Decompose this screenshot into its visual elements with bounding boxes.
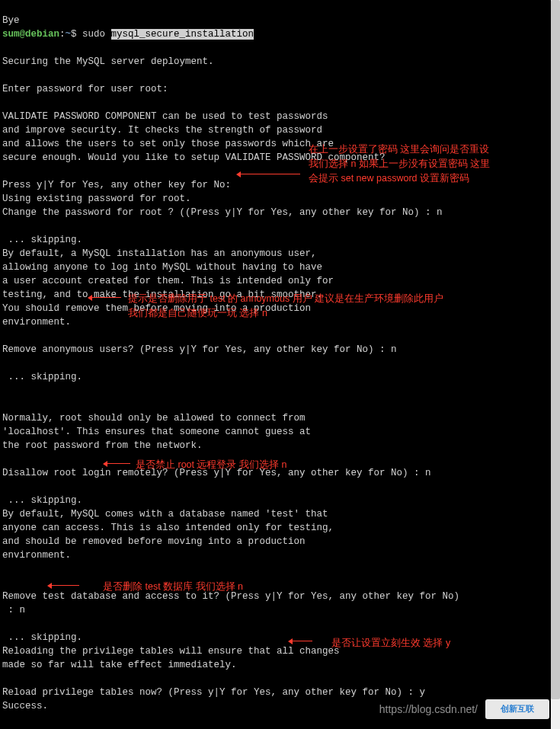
output-line: environment. bbox=[2, 550, 71, 561]
output-line: testing, and to make the installation go… bbox=[2, 289, 322, 300]
output-line: ... skipping. bbox=[2, 235, 82, 245]
output-line: Normally, root should only be allowed to… bbox=[2, 413, 306, 424]
output-line: Change the password for root ? ((Press y… bbox=[2, 207, 443, 218]
output-line: allowing anyone to log into MySQL withou… bbox=[2, 262, 322, 273]
prompt-colon: : bbox=[59, 29, 66, 40]
command-sudo: sudo bbox=[82, 29, 111, 40]
output-line: Enter password for user root: bbox=[2, 84, 174, 94]
output-line: made so far will take effect immediately… bbox=[2, 660, 237, 670]
output-line: Bye bbox=[2, 15, 20, 26]
output-line: Disallow root login remotely? (Press y|Y… bbox=[2, 468, 431, 478]
prompt-user: sum@debian bbox=[2, 29, 59, 40]
output-line: secure enough. Would you like to setup V… bbox=[2, 152, 386, 163]
output-line: : n bbox=[2, 605, 25, 615]
output-line: environment. bbox=[2, 317, 71, 328]
output-line: and improve security. It checks the stre… bbox=[2, 125, 322, 136]
watermark-logo: 创新互联 bbox=[485, 699, 549, 719]
output-line: Remove test database and access to it? (… bbox=[2, 591, 459, 602]
output-line: Reload privilege tables now? (Press y|Y … bbox=[2, 687, 425, 698]
watermark-url: https://blog.csdn.net/ bbox=[379, 702, 478, 717]
terminal-window[interactable]: Bye sum@debian:~$ sudo mysql_secure_inst… bbox=[0, 0, 551, 729]
output-line: ... skipping. bbox=[2, 372, 82, 382]
output-line: the root password from the network. bbox=[2, 440, 203, 451]
output-line: anyone can access. This is also intended… bbox=[2, 523, 334, 533]
output-line: Remove anonymous users? (Press y|Y for Y… bbox=[2, 344, 397, 355]
output-line: 'localhost'. This ensures that someone c… bbox=[2, 427, 311, 437]
output-line: By default, a MySQL installation has an … bbox=[2, 248, 317, 259]
output-line: a user account created for them. This is… bbox=[2, 276, 334, 286]
prompt-path: ~ bbox=[66, 29, 72, 40]
scrollbar-thumb[interactable] bbox=[551, 0, 560, 699]
output-line: Using existing password for root. bbox=[2, 193, 191, 204]
output-line: and should be removed before moving into… bbox=[2, 536, 306, 547]
output-line: ... skipping. bbox=[2, 495, 82, 506]
output-line: Press y|Y for Yes, any other key for No: bbox=[2, 180, 237, 190]
output-line: and allows the users to set only those p… bbox=[2, 139, 334, 149]
output-line: VALIDATE PASSWORD COMPONENT can be used … bbox=[2, 111, 328, 122]
watermark: https://blog.csdn.net/ 创新互联 bbox=[379, 699, 549, 719]
scrollbar-track[interactable] bbox=[551, 0, 560, 729]
output-line: Securing the MySQL server deployment. bbox=[2, 56, 214, 67]
output-line: Success. bbox=[2, 701, 48, 711]
command-highlighted: mysql_secure_installation bbox=[111, 29, 254, 40]
prompt-dollar: $ bbox=[71, 29, 82, 40]
output-line: Reloading the privilege tables will ensu… bbox=[2, 646, 340, 657]
output-line: You should remove them before moving int… bbox=[2, 303, 311, 314]
output-line: ... skipping. bbox=[2, 632, 82, 643]
output-line: By default, MySQL comes with a database … bbox=[2, 509, 328, 520]
